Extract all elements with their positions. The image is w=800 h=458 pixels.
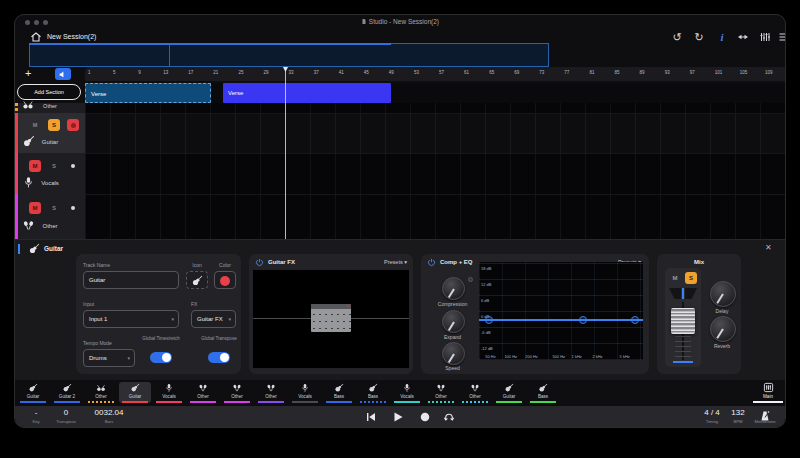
track-header-vocals[interactable]: M S Vocals: [15, 153, 85, 194]
strip-item-other[interactable]: Other: [255, 382, 287, 403]
monitor-button[interactable]: [55, 68, 71, 80]
tempo-mode-dropdown[interactable]: Drums▾: [83, 349, 135, 367]
main-mix-button[interactable]: Main: [751, 382, 785, 403]
fader-handle[interactable]: [671, 308, 695, 334]
section-verse-2[interactable]: Verse: [223, 83, 391, 103]
close-panel-button[interactable]: ✕: [765, 243, 772, 252]
strip-item-other[interactable]: Other: [425, 382, 457, 403]
solo-button[interactable]: S: [48, 160, 60, 172]
fit-view-button[interactable]: [737, 31, 749, 43]
loop-button[interactable]: [443, 411, 455, 423]
expand-knob[interactable]: [442, 310, 465, 333]
record-button[interactable]: [419, 411, 431, 423]
strip-item-color-line: [88, 401, 114, 403]
compression-knob[interactable]: [442, 277, 465, 300]
eq-band-2-handle[interactable]: [579, 316, 587, 324]
info-button[interactable]: i: [718, 31, 726, 43]
track-color-button[interactable]: [214, 271, 236, 289]
mix-mute-button[interactable]: M: [669, 272, 681, 284]
track-header-guitar[interactable]: M S Guitar: [15, 113, 85, 153]
drums-icon: [96, 383, 106, 393]
power-icon[interactable]: [427, 258, 436, 267]
strip-item-bass[interactable]: Bass: [323, 382, 355, 403]
rewind-button[interactable]: [365, 411, 377, 423]
reverb-knob[interactable]: [710, 316, 736, 342]
ruler-tick: 49: [389, 70, 394, 75]
eq-band-1-handle[interactable]: [485, 316, 493, 324]
strip-item-other[interactable]: Other: [221, 382, 253, 403]
solo-button[interactable]: S: [48, 202, 60, 214]
track-header-other-top[interactable]: Other: [15, 103, 85, 113]
record-arm-button[interactable]: [67, 119, 79, 131]
redo-button[interactable]: ↻: [693, 31, 705, 43]
transport-bar: - Key 0 Transpose 0032.04 Bars 4 / 4 Tim…: [15, 406, 786, 428]
fader-ticks: [675, 336, 691, 360]
strip-item-other[interactable]: Other: [459, 382, 491, 403]
ruler-tick: 85: [615, 70, 620, 75]
fx-viewport[interactable]: [253, 270, 409, 368]
strip-item-guitar[interactable]: Guitar: [493, 382, 525, 403]
strip-item-guitar-2[interactable]: Guitar 2: [51, 382, 83, 403]
play-button[interactable]: [392, 411, 404, 423]
mute-button[interactable]: M: [29, 202, 41, 214]
section-verse-1[interactable]: Verse: [85, 83, 211, 103]
record-arm-button[interactable]: [67, 160, 79, 172]
strip-item-guitar[interactable]: Guitar: [119, 382, 151, 403]
playhead[interactable]: [285, 67, 286, 239]
mix-solo-button[interactable]: S: [685, 272, 697, 284]
pan-control[interactable]: [669, 288, 697, 299]
strip-item-bass[interactable]: Bass: [357, 382, 389, 403]
global-transpose-toggle[interactable]: [208, 352, 230, 363]
strip-item-vocals[interactable]: Vocals: [391, 382, 423, 403]
track-header-other[interactable]: M S Other: [15, 194, 85, 239]
delay-knob[interactable]: [710, 281, 736, 307]
undo-button[interactable]: ↺: [671, 31, 683, 43]
strip-item-vocals[interactable]: Vocals: [289, 382, 321, 403]
strip-item-guitar[interactable]: Guitar: [17, 382, 49, 403]
bar-ruler[interactable]: 1591317212529333741454953576165697377818…: [85, 67, 786, 81]
guitar-icon: [130, 383, 140, 393]
overview-section-1[interactable]: [30, 44, 170, 66]
track-name-label: Track Name: [83, 262, 110, 268]
global-timestretch-toggle[interactable]: [150, 352, 172, 363]
comp-eq-card: Comp + EQ Presets ▾ Compression Expand S…: [421, 254, 649, 374]
strip-item-other[interactable]: Other: [85, 382, 117, 403]
strip-item-other[interactable]: Other: [187, 382, 219, 403]
tuner-button[interactable]: [759, 31, 771, 43]
mute-button[interactable]: M: [29, 160, 41, 172]
key-value[interactable]: -: [23, 408, 49, 417]
fx-label: FX: [191, 301, 197, 307]
strip-item-vocals[interactable]: Vocals: [153, 382, 185, 403]
menu-button[interactable]: [778, 31, 786, 43]
eq-graph[interactable]: 18 dB12 dB6 dB0 dB-6 dB-12 dB 50 Hz100 H…: [479, 262, 643, 360]
strip-item-bass[interactable]: Bass: [527, 382, 559, 403]
transpose-value[interactable]: 0: [53, 408, 79, 417]
eq-band-3-handle[interactable]: [631, 316, 639, 324]
add-track-button[interactable]: +: [25, 66, 31, 80]
bars-value[interactable]: 0032.04: [83, 408, 135, 417]
ruler-tick: 37: [314, 70, 319, 75]
arrangement-overview[interactable]: [29, 43, 549, 67]
bars-label: Bars: [83, 419, 135, 424]
mute-button[interactable]: M: [29, 119, 41, 131]
eq-x-label: 50 Hz: [485, 354, 495, 359]
eq-x-label: 5 kHz: [620, 354, 630, 359]
record-arm-button[interactable]: [67, 202, 79, 214]
overview-section-2[interactable]: [170, 44, 549, 66]
track-name-input[interactable]: Guitar: [83, 271, 179, 289]
timing-value[interactable]: 4 / 4: [695, 408, 729, 417]
bpm-value[interactable]: 132: [725, 408, 751, 417]
track-icon-button[interactable]: [186, 271, 208, 289]
solo-button[interactable]: S: [48, 119, 60, 131]
input-dropdown[interactable]: Input 1▾: [83, 310, 179, 328]
home-button[interactable]: [30, 31, 42, 43]
strip-item-label: Other: [469, 394, 481, 399]
fx-dropdown[interactable]: Guitar FX▾: [191, 310, 236, 328]
speed-knob[interactable]: [442, 342, 465, 365]
reverb-label: Reverb: [702, 343, 742, 349]
guitar-icon: [28, 383, 38, 393]
power-icon[interactable]: [255, 258, 264, 267]
add-section-button[interactable]: Add Section: [17, 84, 81, 100]
fx-presets-dropdown[interactable]: Presets ▾: [384, 259, 407, 265]
strip-item-label: Other: [435, 394, 447, 399]
